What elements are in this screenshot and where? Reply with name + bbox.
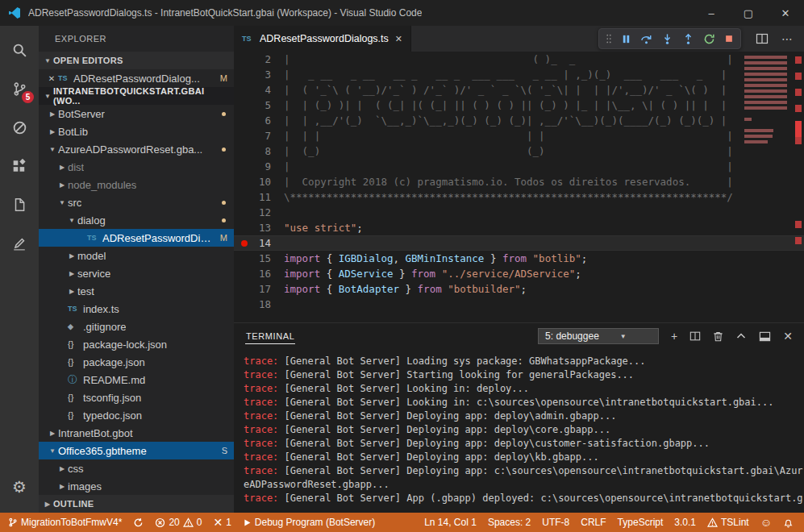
line-number[interactable]: 7 (234, 128, 271, 143)
line-number[interactable]: 8 (234, 143, 271, 159)
activity-search-button[interactable] (0, 31, 39, 69)
minimize-button[interactable]: – (693, 0, 730, 26)
step-out-button[interactable] (682, 33, 694, 45)
line-number[interactable]: 15 (234, 251, 271, 266)
maximize-button[interactable]: ▢ (730, 0, 767, 26)
tree-item-index-ts[interactable]: TSindex.ts (39, 300, 234, 318)
tree-item-gitignore[interactable]: ◆.gitignore (39, 318, 234, 335)
tree-item-readme-md[interactable]: ⓘREADME.md (39, 371, 234, 389)
outline-header[interactable]: ▶ OUTLINE (39, 495, 234, 513)
maximize-panel-button[interactable] (735, 330, 747, 342)
terminal-instance-select[interactable]: 5: debuggee ▼ (538, 328, 659, 344)
step-over-button[interactable] (640, 33, 652, 45)
new-terminal-button[interactable]: + (671, 330, 677, 342)
tree-item-label: AzureADPasswordReset.gba... (58, 143, 202, 156)
code-text: \***************************************… (271, 189, 733, 205)
status-feedback[interactable]: ☺ (755, 513, 777, 532)
open-editors-header[interactable]: ▼ OPEN EDITORS (39, 52, 234, 69)
tab-close-icon[interactable]: ✕ (395, 34, 402, 44)
tree-item-test[interactable]: ▶test (39, 282, 234, 300)
activity-extensions-button[interactable] (0, 147, 39, 185)
status-language-mode[interactable]: TypeScript (612, 513, 669, 532)
tree-item-botlib[interactable]: ▶BotLib (39, 123, 234, 140)
minimap[interactable] (743, 52, 793, 322)
workspace-folder-header[interactable]: ▼ INTRANETBOTQUICKSTART.GBAI (WO... (39, 87, 234, 105)
activity-source-control-button[interactable]: 5 (0, 69, 39, 108)
tree-item-service[interactable]: ▶service (39, 264, 234, 282)
split-editor-button[interactable] (756, 32, 769, 45)
line-number[interactable]: 17 (234, 281, 271, 297)
status-cursor-position[interactable]: Ln 14, Col 1 (416, 513, 482, 532)
outline-label: OUTLINE (53, 499, 94, 509)
tree-item-src[interactable]: ▼src (39, 193, 234, 211)
stop-button[interactable] (724, 34, 734, 44)
status-label: MigrationToBotFmwV4* (21, 517, 122, 528)
close-panel-button[interactable]: ✕ (783, 330, 793, 342)
status-failed-count[interactable]: ✕1 (207, 513, 236, 532)
line-number[interactable]: 18 (234, 297, 271, 312)
status-problems[interactable]: 200 (149, 513, 207, 532)
pause-button[interactable] (621, 34, 631, 44)
tree-item-intranetbot-gbot[interactable]: ▶IntranetBot.gbot (39, 424, 234, 442)
line-number[interactable]: 16 (234, 266, 271, 281)
line-number[interactable]: 13 (234, 220, 271, 235)
overview-ruler (793, 52, 804, 322)
tab-terminal[interactable]: TERMINAL (245, 329, 295, 344)
line-number[interactable]: 10 (234, 174, 271, 189)
chevron-right-icon: ▶ (66, 252, 77, 260)
tree-item-azureadpasswordreset-gba[interactable]: ▼AzureADPasswordReset.gba... (39, 140, 234, 158)
line-number[interactable]: 4 (234, 82, 271, 98)
tree-item-package-lock-json[interactable]: {}package-lock.json (39, 335, 234, 353)
tree-item-office365-gbtheme[interactable]: ▼Office365.gbthemeS (39, 442, 234, 459)
tree-item-botserver[interactable]: ▶BotServer (39, 105, 234, 123)
status-notifications[interactable] (777, 513, 799, 532)
line-number[interactable]: 6 (234, 113, 271, 128)
tree-item-css[interactable]: ▶css (39, 459, 234, 477)
tree-item-typedoc-json[interactable]: {}typedoc.json (39, 406, 234, 424)
debug-toolbar-drag-handle[interactable] (606, 33, 612, 44)
activity-edit-button[interactable] (0, 224, 39, 263)
tree-item-tsconfig-json[interactable]: {}tsconfig.json (39, 389, 234, 406)
tree-item-model[interactable]: ▶model (39, 247, 234, 264)
close-editor-icon[interactable]: ✕ (45, 74, 58, 83)
line-number[interactable]: 3 (234, 67, 271, 82)
code-line-15: 15import { IGBDialog, GBMinInstance } fr… (234, 251, 804, 266)
tree-item-package-json[interactable]: {}package.json (39, 353, 234, 371)
line-number[interactable]: 11 (234, 189, 271, 205)
step-into-button[interactable] (661, 33, 673, 45)
kill-terminal-button[interactable] (713, 330, 723, 342)
tab-adresetpassworddialogs[interactable]: TS ADResetPasswordDialogs.ts ✕ (234, 26, 411, 52)
breakpoint-icon[interactable] (241, 240, 248, 247)
status-git-branch[interactable]: MigrationToBotFmwV4* (0, 513, 127, 532)
status-debug-target[interactable]: Debug Program (BotServer) (237, 513, 381, 532)
tree-item-node-modules[interactable]: ▶node_modules (39, 176, 234, 193)
status-version[interactable]: 3.0.1 (669, 513, 702, 532)
terminal-output[interactable]: trace: [General Bot Server] Loading sys … (234, 349, 804, 513)
chevron-down-icon: ▼ (47, 447, 58, 455)
line-number[interactable]: 2 (234, 52, 271, 67)
line-number[interactable]: 12 (234, 205, 271, 220)
toggle-panel-button[interactable] (759, 330, 771, 343)
line-number[interactable]: 5 (234, 98, 271, 113)
split-terminal-button[interactable] (689, 330, 701, 342)
activity-debug-button[interactable] (0, 108, 39, 147)
status-indentation[interactable]: Spaces: 2 (482, 513, 536, 532)
tree-item-images[interactable]: ▶images (39, 477, 234, 495)
open-editor-item[interactable]: ✕TSADResetPasswordDialog...M (39, 69, 234, 87)
tree-item-adresetpassworddial[interactable]: TSADResetPasswordDial...M (39, 229, 234, 247)
activity-files-button[interactable] (0, 185, 39, 224)
code-text: import { IGBDialog, GBMinInstance } from… (271, 251, 587, 266)
tree-item-dist[interactable]: ▶dist (39, 158, 234, 176)
status-tslint[interactable]: TSLint (702, 513, 755, 532)
line-number[interactable]: 14 (234, 235, 271, 251)
more-button[interactable]: ⋯ (781, 33, 793, 44)
status-sync[interactable] (127, 513, 149, 532)
code-editor[interactable]: 2| ( )_ _ |3| _ __ _ __ __ _ __ _ ___ __… (234, 52, 804, 322)
line-number[interactable]: 9 (234, 159, 271, 174)
status-encoding[interactable]: UTF-8 (536, 513, 575, 532)
close-button[interactable]: ✕ (767, 0, 804, 26)
restart-button[interactable] (703, 33, 715, 45)
status-eol[interactable]: CRLF (575, 513, 611, 532)
activity-settings-button[interactable]: ⚙ (0, 468, 39, 506)
tree-item-dialog[interactable]: ▼dialog (39, 211, 234, 229)
